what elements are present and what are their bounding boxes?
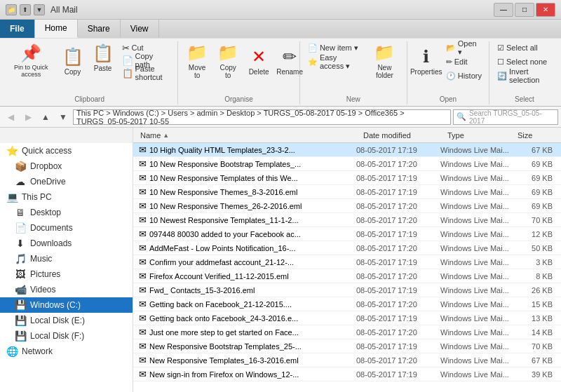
local-disk-e-icon: 💾	[14, 315, 27, 326]
table-row[interactable]: ✉ New Responsive Bootstrap Templates_25-…	[133, 339, 561, 353]
col-header-date[interactable]: Date modified	[363, 131, 447, 140]
desktop-icon: 🖥	[14, 207, 27, 218]
eml-icon: ✉	[139, 215, 147, 225]
table-row[interactable]: ✉ Firefox Account Verified_11-12-2015.em…	[133, 269, 561, 283]
table-row[interactable]: ✉ Getting back onto Facebook_24-3-2016.e…	[133, 311, 561, 325]
sidebar-item-documents[interactable]: 📄 Documents	[0, 220, 133, 236]
select-label: Select	[489, 95, 560, 103]
sidebar-item-windows-c[interactable]: 💾 Windows (C:)	[0, 297, 133, 313]
table-row[interactable]: ✉ 10 New Responsive Templates of this We…	[133, 171, 561, 185]
table-row[interactable]: ✉ 10 Newest Responsive Templates_11-1-2.…	[133, 213, 561, 227]
eml-icon: ✉	[139, 355, 147, 365]
sidebar-item-desktop[interactable]: 🖥 Desktop	[0, 205, 133, 220]
forward-button[interactable]: ▶	[20, 109, 36, 125]
select-none-button[interactable]: ☐ Select none	[494, 55, 555, 68]
delete-icon: ✕	[252, 47, 266, 67]
tab-home[interactable]: Home	[35, 20, 78, 38]
sidebar-item-local-disk-f[interactable]: 💾 Local Disk (F:)	[0, 328, 133, 344]
table-row[interactable]: ✉ AddMeFast - Low Points Notification_16…	[133, 241, 561, 255]
new-item-button[interactable]: 📄 New item ▾	[304, 41, 363, 54]
quick-access-icon[interactable]: ⬆	[20, 4, 31, 15]
table-row[interactable]: ✉ Just one more step to get started on F…	[133, 325, 561, 339]
sidebar-label-network: Network	[22, 346, 53, 356]
open-group: ℹ Properties 📂 Open ▾ ✏ Edit 🕐 History	[407, 41, 489, 104]
copy-button[interactable]: 📋 Copy	[58, 41, 88, 81]
back-button[interactable]: ◀	[3, 109, 18, 125]
file-name: ✉ 10 Newest Responsive Templates_11-1-2.…	[139, 215, 356, 225]
properties-button[interactable]: ℹ Properties	[412, 41, 441, 81]
file-date: 08-05-2017 17:20	[356, 202, 440, 210]
sidebar-item-music[interactable]: 🎵 Music	[0, 251, 133, 266]
sidebar-item-videos[interactable]: 📹 Videos	[0, 282, 133, 297]
select-all-button[interactable]: ☑ Select all	[494, 41, 555, 54]
file-name: ✉ 10 New Responsive Bootstrap Templates_…	[139, 158, 356, 169]
sidebar-item-quick-access[interactable]: ⭐ Quick access	[0, 143, 133, 158]
tab-file[interactable]: File	[0, 20, 35, 38]
sidebar-item-dropbox[interactable]: 📦 Dropbox	[0, 158, 133, 174]
edit-button[interactable]: ✏ Edit	[442, 55, 485, 68]
file-date: 08-05-2017 17:19	[356, 370, 440, 379]
table-row[interactable]: ✉ 10 New Responsive Themes_26-2-2016.eml…	[133, 199, 561, 213]
move-to-button[interactable]: 📁 Move to	[182, 41, 212, 81]
sidebar-item-local-disk-e[interactable]: 💾 Local Disk (E:)	[0, 313, 133, 328]
sidebar-item-this-pc[interactable]: 💻 This PC	[0, 189, 133, 205]
file-date: 08-05-2017 17:20	[356, 244, 440, 252]
edit-label: Edit	[454, 58, 468, 66]
col-header-size[interactable]: Size	[518, 131, 560, 140]
pin-quick-access-button[interactable]: 📌 Pin to Quick access	[6, 41, 57, 81]
minimize-button[interactable]: —	[494, 3, 513, 17]
file-type: Windows Live Mai...	[440, 160, 511, 168]
sidebar-label-documents: Documents	[30, 223, 73, 233]
col-header-type[interactable]: Type	[447, 131, 518, 140]
file-date: 08-05-2017 17:19	[356, 146, 440, 154]
table-row[interactable]: ✉ New Responsive Templates_16-3-2016.eml…	[133, 353, 561, 367]
breadcrumb[interactable]: This PC > Windows (C:) > Users > admin >…	[73, 109, 451, 125]
address-bar: ◀ ▶ ▲ ▼ This PC > Windows (C:) > Users >…	[0, 107, 561, 128]
col-header-name[interactable]: Name ▲	[140, 131, 363, 140]
table-row[interactable]: ✉ Getting back on Facebook_21-12-2015...…	[133, 297, 561, 311]
recent-button[interactable]: ▼	[55, 109, 71, 125]
copy-to-button[interactable]: 📁 Copy to	[213, 41, 243, 81]
open-button[interactable]: 📂 Open ▾	[442, 41, 485, 54]
file-size: 50 KB	[511, 244, 553, 252]
new-group: 📄 New item ▾ ⭐ Easy access ▾ 📁 New folde…	[300, 41, 407, 104]
file-type: Windows Live Mai...	[440, 202, 511, 210]
pin-icon: 📌	[20, 43, 41, 63]
table-row[interactable]: ✉ 10 New Responsive Bootstrap Templates_…	[133, 157, 561, 171]
file-date: 08-05-2017 17:20	[356, 300, 440, 309]
sidebar-item-downloads[interactable]: ⬇ Downloads	[0, 236, 133, 251]
file-type: Windows Live Mai...	[440, 370, 511, 379]
down-icon[interactable]: ▼	[34, 4, 45, 15]
search-box[interactable]: 🔍 Search TURGS_05-05-2017	[453, 109, 558, 125]
easy-access-button[interactable]: ⭐ Easy access ▾	[304, 55, 363, 68]
history-button[interactable]: 🕐 History	[442, 69, 485, 82]
sidebar-item-onedrive[interactable]: ☁ OneDrive	[0, 174, 133, 189]
table-row[interactable]: ✉ 10 New Responsive Themes_8-3-2016.eml …	[133, 185, 561, 199]
sidebar-item-pictures[interactable]: 🖼 Pictures	[0, 266, 133, 282]
title-controls: — □ ✕	[494, 3, 555, 17]
sidebar-item-network[interactable]: 🌐 Network	[0, 344, 133, 359]
copy-to-icon: 📁	[217, 43, 238, 62]
invert-selection-button[interactable]: 🔄 Invert selection	[494, 69, 555, 82]
paste-shortcut-icon: 📋	[122, 68, 133, 79]
file-type: Windows Live Mai...	[440, 258, 511, 266]
tab-view[interactable]: View	[121, 20, 159, 38]
table-row[interactable]: ✉ 10 High Quality HTML Templates_23-3-2.…	[133, 143, 561, 157]
table-row[interactable]: ✉ Fwd_ Contacts_15-3-2016.eml 08-05-2017…	[133, 283, 561, 297]
sidebar-label-local-disk-e: Local Disk (E:)	[30, 316, 85, 325]
new-folder-button[interactable]: 📁 New folder	[367, 41, 403, 81]
delete-button[interactable]: ✕ Delete	[244, 41, 273, 81]
maximize-button[interactable]: □	[515, 3, 534, 17]
table-row[interactable]: ✉ New sign-in from Firefox on Windows_12…	[133, 367, 561, 381]
close-button[interactable]: ✕	[536, 3, 555, 17]
tab-share[interactable]: Share	[78, 20, 121, 38]
table-row[interactable]: ✉ 097448 80030 added to your Facebook ac…	[133, 227, 561, 241]
paste-button[interactable]: 📋 Paste	[89, 41, 117, 74]
sort-arrow: ▲	[163, 132, 169, 139]
up-button[interactable]: ▲	[38, 109, 53, 125]
file-name: ✉ Getting back onto Facebook_24-3-2016.e…	[139, 313, 356, 323]
paste-shortcut-button[interactable]: 📋 Paste shortcut	[119, 67, 174, 79]
table-row[interactable]: ✉ Confirm your addmefast account_21-12-.…	[133, 255, 561, 269]
new-item-icon: 📄	[308, 43, 318, 53]
new-buttons: 📄 New item ▾ ⭐ Easy access ▾ 📁 New folde…	[304, 41, 403, 92]
